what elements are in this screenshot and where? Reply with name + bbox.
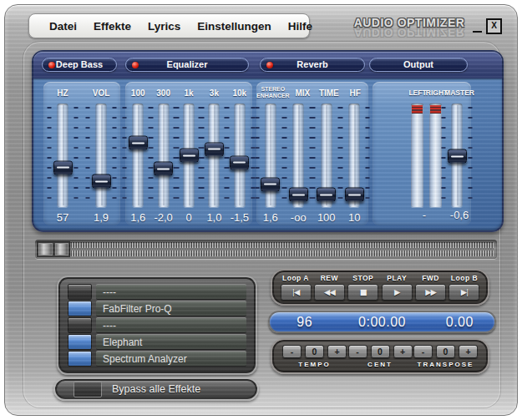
tempo-minus-button[interactable]: - <box>282 345 302 358</box>
hf-thumb[interactable] <box>345 188 364 202</box>
seek-bar[interactable] <box>35 240 497 259</box>
eq-100-thumb[interactable] <box>129 136 148 150</box>
slider-track[interactable] <box>58 104 68 207</box>
effect-slot-row: ---- <box>68 317 246 333</box>
bypass-toggle-button[interactable] <box>73 381 102 397</box>
seek-track[interactable] <box>38 242 494 256</box>
eq-300-thumb[interactable] <box>154 162 173 176</box>
vol-slider-thumb[interactable] <box>92 175 111 189</box>
eq-100-slider[interactable] <box>125 104 150 209</box>
deep-bass-section: HZ VOL 57 1,9 <box>43 82 120 225</box>
effect-slot-4-name[interactable]: Elephant <box>96 334 246 350</box>
reverb-led-icon <box>266 62 273 68</box>
effect-slot-row: Spectrum Analyzer <box>68 351 246 367</box>
play-button[interactable]: ▶ <box>382 284 413 301</box>
slider-track[interactable] <box>265 104 276 207</box>
menu-hilfe[interactable]: Hilfe <box>280 20 321 33</box>
equalizer-label: Equalizer <box>167 59 208 69</box>
eq-1k-slider[interactable] <box>176 104 201 209</box>
master-thumb[interactable] <box>448 149 467 164</box>
tempo-plus-button[interactable]: + <box>327 345 347 358</box>
eq-100-label: 100 <box>125 89 150 98</box>
slider-track[interactable] <box>96 104 107 207</box>
eq-300-label: 300 <box>150 89 175 98</box>
hf-slider[interactable] <box>341 104 369 209</box>
rew-group: REW ◀◀ <box>313 274 345 304</box>
transpose-value-button[interactable]: 0 <box>436 345 455 358</box>
hz-slider[interactable] <box>43 104 82 209</box>
effect-slot-1-toggle[interactable] <box>68 284 92 300</box>
close-button[interactable]: X <box>486 18 502 34</box>
effects-rack-panel: Deep Bass Equalizer Reverb Output HZ VOL <box>32 50 504 232</box>
fwd-group: FWD ▶▶ <box>415 274 447 304</box>
effect-slot-5-name[interactable]: Spectrum Analyzer <box>96 351 246 367</box>
tempo-value-button[interactable]: 0 <box>305 345 324 358</box>
slider-track[interactable] <box>133 104 144 207</box>
master-label: MASTER <box>444 89 474 97</box>
cent-plus-button[interactable]: + <box>393 345 413 358</box>
play-group: PLAY ▶ <box>381 274 413 304</box>
mix-value: -oo <box>285 211 313 224</box>
left-vu-meter <box>411 104 423 207</box>
time-slider[interactable] <box>312 104 341 209</box>
deep-bass-button[interactable]: Deep Bass <box>42 58 117 72</box>
loop-b-button[interactable]: ▶| <box>449 284 479 301</box>
master-slider[interactable] <box>443 104 471 209</box>
stop-label: STOP <box>352 274 373 282</box>
mix-slider[interactable] <box>285 104 313 209</box>
transpose-minus-button[interactable]: - <box>413 345 433 358</box>
loop-a-button[interactable]: |◀ <box>281 284 312 301</box>
menu-einstellungen[interactable]: Einstellungen <box>189 20 280 33</box>
forward-button[interactable]: ▶▶ <box>415 284 446 301</box>
eq-1k-thumb[interactable] <box>180 149 199 163</box>
effect-slot-1-name[interactable]: ---- <box>96 284 246 300</box>
stereo-enhancer-thumb[interactable] <box>261 177 280 191</box>
vol-label: VOL <box>82 89 120 98</box>
output-button[interactable]: Output <box>369 58 468 72</box>
eq-3k-slider[interactable] <box>201 104 226 209</box>
eq-10k-slider[interactable] <box>227 104 252 209</box>
effect-slot-3-toggle[interactable] <box>68 317 92 333</box>
mix-thumb[interactable] <box>289 188 308 202</box>
stereo-enhancer-value: 1,6 <box>256 211 285 224</box>
stop-group: STOP ■ <box>347 274 379 304</box>
effect-slot-2-toggle[interactable] <box>68 301 92 316</box>
eq-3k-thumb[interactable] <box>205 142 224 156</box>
effect-slot-5-toggle[interactable] <box>68 351 92 367</box>
hz-slider-thumb[interactable] <box>53 160 73 175</box>
effect-slots-panel: ---- FabFilter Pro-Q ---- Elephant Spect… <box>57 276 257 375</box>
transpose-plus-button[interactable]: + <box>459 345 478 358</box>
equalizer-button[interactable]: Equalizer <box>125 58 249 72</box>
eq-300-slider[interactable] <box>150 104 175 209</box>
effect-slot-2-name[interactable]: FabFilter Pro-Q <box>96 301 246 316</box>
seek-handle[interactable] <box>37 241 70 257</box>
rewind-button[interactable]: ◀◀ <box>314 284 345 301</box>
loop-a-label: Loop A <box>282 274 309 282</box>
transport-panel: Loop A |◀ REW ◀◀ STOP ■ PLAY ▶ FWD ▶▶ Lo… <box>271 269 489 306</box>
vol-slider[interactable] <box>82 104 120 209</box>
stereo-enhancer-slider[interactable] <box>256 104 285 209</box>
effect-slot-4-toggle[interactable] <box>68 334 92 350</box>
mix-label: MIX <box>290 89 316 98</box>
cent-value-button[interactable]: 0 <box>371 345 390 358</box>
eq-10k-thumb[interactable] <box>230 155 249 170</box>
eq-300-value: -2,0 <box>150 211 175 224</box>
time-thumb[interactable] <box>317 188 336 202</box>
reverb-button[interactable]: Reverb <box>260 58 365 72</box>
eq-1k-value: 0 <box>176 211 201 224</box>
stereo-enhancer-label: STEREO ENHANCER <box>256 86 290 100</box>
menu-effekte[interactable]: Effekte <box>85 20 139 33</box>
cent-group: - 0 + CENT <box>348 345 413 372</box>
rew-label: REW <box>321 274 338 282</box>
app-logo: AUDIO OPTIMIZER AUDIO OPTIMIZER <box>346 16 473 41</box>
eq-10k-label: 10k <box>227 89 252 98</box>
menu-lyrics[interactable]: Lyrics <box>139 20 189 33</box>
tempo-label: TEMPO <box>298 361 330 368</box>
cent-minus-button[interactable]: - <box>348 345 367 358</box>
effect-slot-3-name[interactable]: ---- <box>96 317 246 333</box>
output-label: Output <box>403 59 433 69</box>
slider-track[interactable] <box>158 104 169 207</box>
stop-button[interactable]: ■ <box>347 284 378 301</box>
minimize-button[interactable] <box>473 21 482 33</box>
menu-datei[interactable]: Datei <box>41 20 85 33</box>
